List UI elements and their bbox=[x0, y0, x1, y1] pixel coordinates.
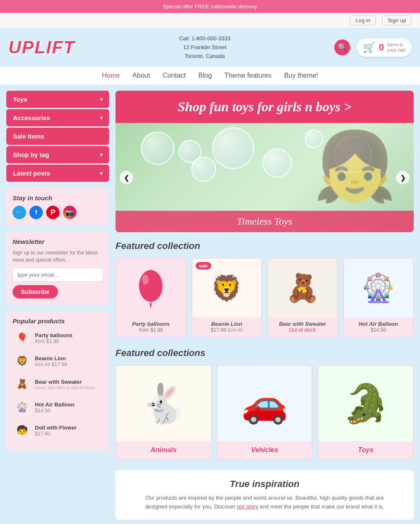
bubble bbox=[262, 148, 292, 178]
sidebar-item-sale[interactable]: Sale Items bbox=[6, 128, 109, 145]
popular-product-price: $23.99 $17.99 bbox=[35, 362, 67, 367]
chevron-down-icon: ▾ bbox=[100, 170, 102, 176]
street: 12 Franklin Street bbox=[179, 43, 230, 52]
collection-card-animals[interactable]: 🐇 Animals bbox=[116, 365, 212, 460]
product-info: Bear with Sweater Out of stock bbox=[268, 317, 337, 336]
social-icons: 🐦 f P 📷 bbox=[13, 206, 103, 219]
collection-label: Vehicles bbox=[218, 441, 312, 459]
collection-label: Animals bbox=[116, 441, 211, 459]
bubble bbox=[141, 131, 174, 165]
popular-product-name: Doll with Flower bbox=[35, 424, 77, 431]
product-name: Beanie Lion bbox=[196, 321, 258, 327]
product-status: Out of stock bbox=[271, 327, 334, 333]
main-content: Shop fun toys for girls n boys > 👧 Timel… bbox=[116, 91, 414, 524]
sidebar-item-shop-by-tag[interactable]: Shop by tag ▾ bbox=[6, 146, 109, 163]
sale-badge: sale bbox=[196, 262, 211, 270]
popular-product-name: Party balloons bbox=[35, 332, 73, 338]
popular-product-name: Beanie Lion bbox=[35, 355, 67, 362]
featured-collection-title: Featured collection bbox=[116, 241, 414, 252]
product-bear-image: 🧸 bbox=[13, 375, 32, 394]
header: UPLIFT Call: 1-800-000-3333 12 Franklin … bbox=[0, 28, 420, 67]
product-doll-image: 🧒 bbox=[13, 421, 32, 440]
slideshow-caption: Timeless Toys bbox=[116, 211, 414, 232]
instagram-icon[interactable]: 📷 bbox=[63, 206, 76, 219]
product-image: 🎡 bbox=[344, 259, 413, 317]
subscribe-button[interactable]: Subscribe bbox=[13, 285, 58, 299]
sidebar-item-latest-posts[interactable]: Latest posts ▾ bbox=[6, 165, 109, 182]
nav-buy-theme[interactable]: Buy theme! bbox=[284, 72, 318, 79]
popular-products-title: Popular products bbox=[13, 317, 103, 325]
product-card[interactable]: sale 🦁 Beanie Lion $17.99 $24.99 bbox=[192, 258, 262, 337]
sidebar-item-accessories[interactable]: Accessories ▾ bbox=[6, 109, 109, 126]
product-balloon-image: 🎈 bbox=[13, 329, 32, 348]
city: Toronto, Canada bbox=[179, 52, 230, 61]
signup-button[interactable]: Sign up bbox=[382, 16, 412, 25]
sidebar-item-shop-by-tag-label: Shop by tag bbox=[13, 151, 49, 158]
newsletter-description: Sign up to our newsletter for the latest… bbox=[13, 249, 103, 264]
popular-product-price: $14.50 bbox=[35, 408, 74, 414]
product-lion-image: 🦁 bbox=[13, 352, 32, 371]
nav-home[interactable]: Home bbox=[102, 72, 120, 79]
email-field[interactable] bbox=[13, 268, 103, 282]
slideshow-next-button[interactable]: ❯ bbox=[396, 171, 410, 184]
bubble bbox=[191, 157, 216, 182]
inspiration-link[interactable]: our story bbox=[237, 503, 258, 510]
popular-product-name: Bear with Sweater bbox=[35, 379, 95, 385]
popular-item[interactable]: 🧒 Doll with Flower $17.60 bbox=[13, 421, 103, 440]
newsletter-title: Newsletter bbox=[13, 238, 103, 245]
product-card[interactable]: 🧸 Bear with Sweater Out of stock bbox=[267, 258, 338, 337]
main-nav: Home About Contact Blog Theme features B… bbox=[0, 67, 420, 84]
popular-item[interactable]: 🎈 Party balloons from $1.98 bbox=[13, 329, 103, 348]
logo[interactable]: UPLIFT bbox=[8, 37, 75, 58]
product-price: from $1.98 bbox=[120, 327, 182, 333]
collection-image: 🐊 bbox=[318, 366, 413, 441]
pinterest-icon[interactable]: P bbox=[46, 206, 60, 219]
collection-card-vehicles[interactable]: 🚗 Vehicles bbox=[217, 365, 313, 460]
collection-image: 🐇 bbox=[116, 366, 211, 441]
sidebar-item-toys[interactable]: Toys ▾ bbox=[6, 91, 109, 108]
collection-card-toys[interactable]: 🐊 Toys bbox=[318, 365, 414, 460]
collections-grid: 🐇 Animals 🚗 Vehicles 🐊 Toys bbox=[116, 365, 414, 460]
popular-item[interactable]: 🧸 Bear with Sweater Sorry, this item is … bbox=[13, 375, 103, 394]
products-grid: Party balloons from $1.98 sale 🦁 Beanie … bbox=[116, 258, 414, 337]
inspiration-text-after: and meet the people that make our brand … bbox=[258, 503, 384, 510]
product-price: $17.99 $24.99 bbox=[196, 327, 258, 333]
product-image bbox=[116, 259, 186, 317]
slideshow-prev-button[interactable]: ❮ bbox=[120, 171, 133, 184]
nav-blog[interactable]: Blog bbox=[198, 72, 212, 79]
nav-theme-features[interactable]: Theme features bbox=[224, 72, 271, 79]
popular-item[interactable]: 🦁 Beanie Lion $23.99 $17.99 bbox=[13, 352, 103, 371]
inspiration-title: True inspiration bbox=[124, 479, 405, 490]
chevron-down-icon: ▾ bbox=[100, 115, 102, 121]
product-info: Beanie Lion $17.99 $24.99 bbox=[192, 317, 262, 336]
product-card[interactable]: Party balloons from $1.98 bbox=[116, 258, 186, 337]
top-bar: Log in Sign up bbox=[0, 13, 420, 28]
product-price: $14.50 bbox=[347, 327, 410, 333]
sidebar: Toys ▾ Accessories ▾ Sale Items Shop by … bbox=[6, 91, 109, 524]
child-image: 👧 bbox=[313, 127, 397, 206]
twitter-icon[interactable]: 🐦 bbox=[13, 206, 26, 219]
sidebar-menu: Toys ▾ Accessories ▾ Sale Items Shop by … bbox=[6, 91, 109, 182]
main-layout: Toys ▾ Accessories ▾ Sale Items Shop by … bbox=[0, 84, 420, 524]
nav-about[interactable]: About bbox=[132, 72, 150, 79]
nav-contact[interactable]: Contact bbox=[163, 72, 186, 79]
cart-widget[interactable]: 🛒 0 items inyour cart bbox=[357, 38, 412, 57]
stay-in-touch-title: Stay in touch bbox=[13, 194, 103, 202]
login-button[interactable]: Log in bbox=[350, 16, 375, 25]
bubble bbox=[212, 127, 254, 169]
header-contact: Call: 1-800-000-3333 12 Franklin Street … bbox=[179, 34, 230, 60]
slideshow: 👧 Timeless Toys ❮ ❯ bbox=[116, 123, 414, 232]
featured-collections-title: Featured collections bbox=[116, 348, 414, 359]
stay-in-touch-box: Stay in touch 🐦 f P 📷 bbox=[6, 188, 109, 225]
cart-count: 0 bbox=[379, 42, 384, 53]
newsletter-box: Newsletter Sign up to our newsletter for… bbox=[6, 232, 109, 305]
product-name: Party balloons bbox=[120, 321, 182, 327]
top-banner-text: Special offer FREE nationwide delivery bbox=[163, 3, 257, 10]
product-card[interactable]: 🎡 Hot Air Balloon $14.50 bbox=[343, 258, 414, 337]
search-button[interactable]: 🔍 bbox=[334, 39, 350, 55]
facebook-icon[interactable]: f bbox=[29, 206, 43, 219]
popular-item[interactable]: 🎡 Hot Air Balloon $14.50 bbox=[13, 398, 103, 417]
phone: Call: 1-800-000-3333 bbox=[179, 34, 230, 43]
featured-collection-section: Featured collection Party balloons from … bbox=[116, 241, 414, 337]
hero-banner[interactable]: Shop fun toys for girls n boys > bbox=[116, 91, 414, 123]
